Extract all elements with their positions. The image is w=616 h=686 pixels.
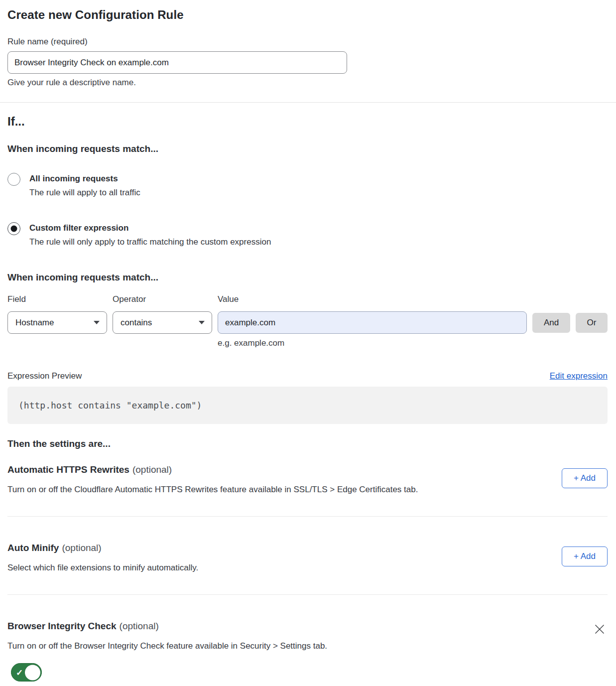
expression-preview-header: Expression Preview Edit expression (7, 371, 608, 381)
value-input[interactable] (218, 311, 527, 334)
field-select[interactable]: Hostname (7, 311, 107, 334)
then-settings-heading: Then the settings are... (7, 438, 608, 449)
expression-builder: Field Operator Value Hostname contains A… (7, 294, 608, 348)
create-configuration-rule-page: Create new Configuration Rule Rule name … (0, 0, 616, 686)
chevron-down-icon (94, 321, 100, 324)
value-column-label: Value (218, 294, 527, 304)
expression-code: (http.host contains "example.com") (18, 400, 202, 411)
radio-selected-icon[interactable] (7, 222, 20, 235)
setting-description: Turn on or off the Cloudflare Automatic … (7, 484, 418, 495)
edit-expression-link[interactable]: Edit expression (550, 371, 608, 381)
browser-integrity-check-toggle[interactable] (11, 663, 42, 682)
remove-setting-button[interactable] (592, 621, 608, 637)
radio-option-all-incoming-requests[interactable]: All incoming requests The rule will appl… (7, 173, 608, 198)
setting-auto-minify: Auto Minify(optional) Select which file … (7, 542, 608, 573)
radio-option-label: Custom filter expression (29, 223, 271, 233)
setting-texts: Automatic HTTPS Rewrites(optional) Turn … (7, 464, 418, 495)
value-helper: e.g. example.com (218, 338, 527, 348)
add-automatic-https-rewrites-button[interactable]: + Add (562, 468, 608, 488)
close-icon (594, 623, 606, 635)
page-title: Create new Configuration Rule (7, 8, 608, 22)
setting-description: Select which file extensions to minify a… (7, 562, 198, 573)
setting-divider (7, 516, 608, 517)
setting-texts: Browser Integrity Check(optional) Turn o… (7, 620, 592, 684)
operator-select-value: contains (121, 318, 152, 328)
expression-preview-label: Expression Preview (7, 371, 82, 381)
setting-optional-suffix: (optional) (62, 543, 101, 553)
setting-title: Browser Integrity Check(optional) (7, 620, 592, 632)
radio-option-texts: All incoming requests The rule will appl… (29, 173, 140, 198)
setting-title: Automatic HTTPS Rewrites(optional) (7, 464, 418, 475)
setting-browser-integrity-check: Browser Integrity Check(optional) Turn o… (7, 620, 608, 684)
when-requests-match-heading: When incoming requests match... (7, 143, 608, 154)
operator-select[interactable]: contains (113, 311, 212, 334)
setting-optional-suffix: (optional) (120, 621, 159, 631)
field-select-value: Hostname (15, 318, 54, 328)
radio-option-texts: Custom filter expression The rule will o… (29, 223, 271, 247)
radio-option-custom-filter-expression[interactable]: Custom filter expression The rule will o… (7, 223, 608, 247)
rule-name-label: Rule name (required) (7, 37, 608, 47)
chevron-down-icon (199, 321, 205, 324)
radio-option-description: The rule will only apply to traffic matc… (29, 237, 271, 247)
rule-name-input[interactable] (7, 51, 347, 74)
toggle-knob[interactable] (25, 665, 40, 680)
setting-description: Turn on or off the Browser Integrity Che… (7, 641, 592, 651)
setting-texts: Auto Minify(optional) Select which file … (7, 542, 198, 573)
setting-optional-suffix: (optional) (132, 464, 172, 475)
radio-option-description: The rule will apply to all traffic (29, 187, 140, 198)
or-button[interactable]: Or (576, 313, 608, 333)
and-button[interactable]: And (532, 313, 570, 333)
setting-title-text: Automatic HTTPS Rewrites (7, 464, 129, 475)
check-icon (16, 668, 23, 677)
setting-automatic-https-rewrites: Automatic HTTPS Rewrites(optional) Turn … (7, 464, 608, 495)
radio-unselected-icon[interactable] (7, 173, 20, 186)
operator-column-label: Operator (113, 294, 212, 304)
setting-title-text: Browser Integrity Check (7, 621, 117, 631)
setting-title: Auto Minify(optional) (7, 542, 198, 553)
expression-builder-heading: When incoming requests match... (7, 272, 608, 283)
expression-preview-box: (http.host contains "example.com") (7, 387, 608, 424)
add-auto-minify-button[interactable]: + Add (562, 547, 608, 566)
section-divider (0, 102, 616, 103)
radio-option-label: All incoming requests (29, 173, 140, 184)
field-column-label: Field (7, 294, 107, 304)
if-heading: If... (7, 114, 608, 129)
setting-title-text: Auto Minify (7, 543, 59, 553)
setting-divider (7, 594, 608, 595)
rule-name-helper: Give your rule a descriptive name. (7, 78, 608, 88)
